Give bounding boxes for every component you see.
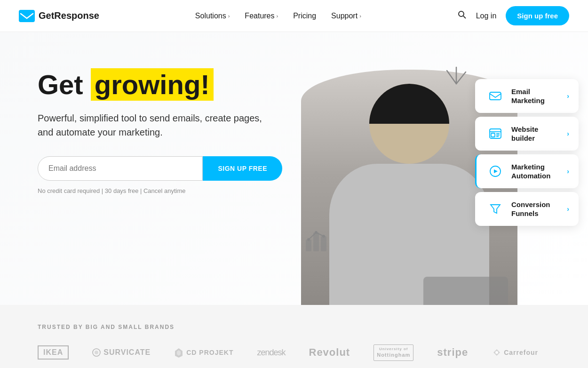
chart-icon [306,223,339,251]
chevron-icon: › [228,13,230,19]
nav-actions: Log in Sign up free [457,6,569,25]
website-builder-icon [486,124,505,143]
feature-card-email-arrow: › [567,92,569,100]
logo-nottingham: University of Nottingham [373,344,413,361]
navbar: GetResponse Solutions › Features › Prici… [0,0,588,32]
svg-line-2 [463,16,466,18]
hero-title-highlight: growing! [91,68,214,101]
svg-rect-7 [306,240,311,251]
feature-card-conversion-funnels[interactable]: ConversionFunnels › [475,192,579,226]
search-button[interactable] [457,10,467,22]
feature-card-website-builder[interactable]: Websitebuilder › [475,117,579,151]
svg-rect-9 [321,236,326,251]
svg-point-24 [495,351,498,354]
chart-decoration [306,223,339,253]
svg-point-12 [322,235,325,238]
logo-cdprojekt: CD PROJEKT [174,347,233,358]
logo[interactable]: GetResponse [19,10,99,22]
hero-form: SIGN UP FREE [38,156,282,181]
svg-rect-0 [19,10,35,22]
carrefour-icon [492,347,502,358]
nav-features[interactable]: Features › [245,12,278,20]
nav-solutions[interactable]: Solutions › [195,12,230,20]
svg-point-11 [315,231,318,234]
feature-card-marketing-automation[interactable]: MarketingAutomation › [475,154,579,188]
hero-disclaimer: No credit card required | 30 days free |… [38,187,282,194]
trusted-label: TRUSTED BY BIG AND SMALL BRANDS [38,324,550,330]
svg-point-10 [307,238,310,241]
svg-line-6 [447,71,456,84]
logo-zendesk: zendesk [257,348,285,358]
hero-subtitle: Powerful, simplified tool to send emails… [38,111,263,139]
logo-icon [19,10,35,22]
svg-marker-21 [494,169,498,173]
svg-rect-8 [313,232,319,251]
hero-visual: EmailMarketing › Websitebuilder › [282,60,564,305]
svg-point-23 [95,351,98,354]
svg-rect-16 [491,133,495,137]
feature-card-funnels-arrow: › [567,205,569,213]
feature-cards: EmailMarketing › Websitebuilder › [475,79,579,226]
search-icon [457,10,467,19]
cdprojekt-icon [174,347,183,358]
logo-stripe: stripe [437,346,468,359]
email-marketing-icon [486,87,505,105]
logo-text: GetResponse [39,10,99,21]
logo-survicate: SURVICATE [92,348,151,357]
signup-nav-button[interactable]: Sign up free [506,6,569,25]
svg-point-1 [459,11,464,16]
marketing-automation-icon [486,162,505,181]
radial-lines-icon [437,65,475,103]
logo-revolut: Revolut [309,346,350,359]
feature-card-email-marketing[interactable]: EmailMarketing › [475,79,579,113]
hero-title: Get growing! [38,70,282,100]
feature-card-website-arrow: › [567,130,569,137]
feature-card-website-label: Websitebuilder [511,125,538,143]
deco-lines [437,65,475,104]
hero-content: Get growing! Powerful, simplified tool t… [38,60,282,194]
chevron-icon: › [359,13,361,19]
conversion-funnels-icon [486,200,505,218]
svg-rect-13 [490,92,501,100]
survicate-icon [92,348,101,357]
email-input[interactable] [38,156,203,181]
nav-pricing[interactable]: Pricing [293,12,316,20]
chevron-icon: › [277,13,278,19]
nav-links: Solutions › Features › Pricing Support › [195,12,361,20]
trusted-section: TRUSTED BY BIG AND SMALL BRANDS IKEA SUR… [0,305,588,368]
hero-signup-button[interactable]: SIGN UP FREE [203,156,282,181]
logo-carrefour: Carrefour [492,347,538,358]
hero-section: Get growing! Powerful, simplified tool t… [0,32,588,305]
trusted-logos: IKEA SURVICATE CD PROJEKT zendesk Revolu… [38,344,550,368]
svg-line-5 [456,72,466,84]
logo-ikea: IKEA [38,345,69,360]
feature-card-automation-arrow: › [567,168,569,175]
feature-card-email-label: EmailMarketing [511,87,545,105]
feature-card-automation-label: MarketingAutomation [511,162,550,181]
feature-card-funnels-label: ConversionFunnels [511,200,550,218]
nav-support[interactable]: Support › [331,12,361,20]
login-link[interactable]: Log in [476,12,497,20]
